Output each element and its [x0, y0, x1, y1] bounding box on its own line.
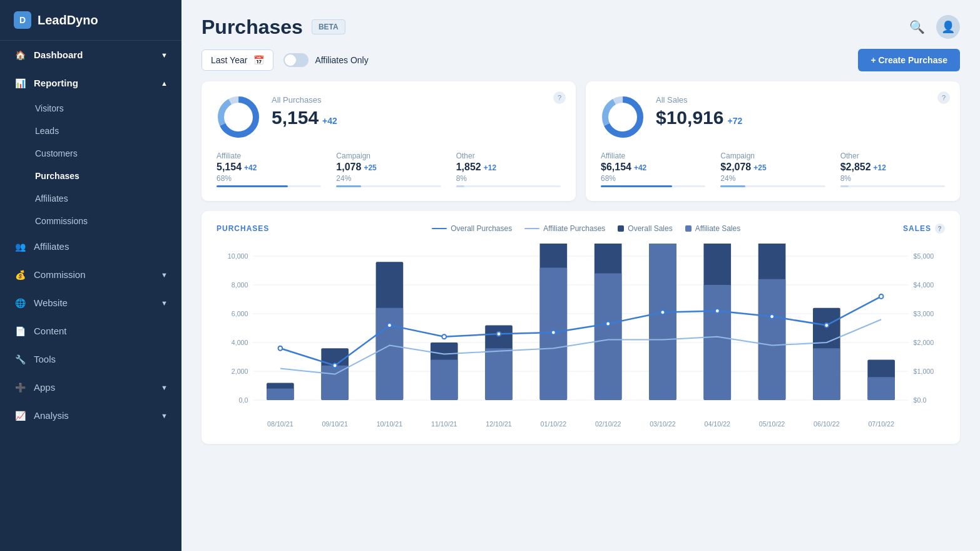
svg-text:$0.0: $0.0 [914, 396, 927, 404]
brand-logo[interactable]: D LeadDyno [0, 0, 181, 41]
sales-breakdown: Affiliate $6,154+42 68% Campaign $2,078+… [601, 152, 945, 187]
legend-label-overall-purchases: Overall Purchases [451, 224, 512, 233]
svg-rect-46 [703, 285, 731, 400]
avatar[interactable]: 👤 [936, 15, 960, 39]
sales-delta: +72 [727, 116, 742, 126]
sidebar-item-analysis[interactable]: 📈 Analysis ▼ [0, 401, 181, 430]
svg-text:12/10/21: 12/10/21 [486, 420, 512, 428]
date-filter[interactable]: Last Year 📅 [202, 49, 273, 71]
page-title: Purchases [202, 16, 303, 39]
sidebar-item-reporting[interactable]: 📊 Reporting ▲ [0, 69, 181, 97]
chevron-down-icon: ▼ [161, 51, 168, 59]
legend-affiliate-purchases: Affiliate Purchases [524, 224, 605, 233]
affiliates-only-label: Affiliates Only [315, 55, 368, 65]
svg-text:$2,000: $2,000 [914, 339, 934, 346]
legend-affiliate-sales: Affiliate Sales [685, 224, 741, 233]
legend-label-affiliate-purchases: Affiliate Purchases [543, 224, 605, 233]
sidebar-item-leads[interactable]: Leads [0, 120, 181, 142]
svg-point-55 [551, 330, 556, 334]
sidebar-label-analysis: Analysis [34, 410, 69, 421]
svg-text:08/10/21: 08/10/21 [267, 420, 293, 428]
svg-rect-45 [649, 244, 676, 400]
main-chart-svg: 0,02,0004,0006,0008,00010,000$0.0$1,000$… [217, 244, 945, 431]
svg-point-58 [715, 309, 720, 313]
purchases-breakdown: Affiliate 5,154+42 68% Campaign 1,078+25… [217, 152, 561, 187]
purchases-main-stat: All Purchases 5,154 +42 [272, 95, 561, 128]
create-purchase-button[interactable]: + Create Purchase [858, 49, 960, 71]
sidebar-item-tools[interactable]: 🔧 Tools [0, 345, 181, 373]
sidebar-item-commission[interactable]: 💰 Commission ▼ [0, 260, 181, 289]
svg-point-61 [879, 294, 884, 299]
sidebar-item-affiliates-sub[interactable]: Affiliates [0, 187, 181, 210]
sidebar-item-purchases[interactable]: Purchases [0, 165, 181, 187]
sales-affiliate: Affiliate $6,154+42 68% [601, 152, 705, 187]
sales-help-icon[interactable]: ? [937, 91, 950, 104]
sidebar-item-website[interactable]: 🌐 Website ▼ [0, 289, 181, 317]
svg-rect-49 [867, 377, 895, 400]
sidebar-label-customers: Customers [35, 148, 78, 158]
chart-sales-title: SALES ? [903, 224, 945, 234]
svg-text:4,000: 4,000 [232, 339, 248, 346]
sidebar-label-affiliates: Affiliates [34, 241, 69, 252]
legend-label-overall-sales: Overall Sales [628, 224, 672, 233]
svg-point-60 [824, 323, 829, 327]
sidebar-item-customers[interactable]: Customers [0, 142, 181, 165]
sidebar-item-apps[interactable]: ➕ Apps ▼ [0, 373, 181, 401]
svg-text:$5,000: $5,000 [914, 252, 934, 260]
svg-point-56 [606, 322, 610, 326]
svg-text:06/10/22: 06/10/22 [814, 420, 840, 428]
date-filter-label: Last Year [211, 55, 247, 65]
purchases-campaign: Campaign 1,078+25 24% [336, 152, 441, 187]
svg-text:01/10/22: 01/10/22 [541, 420, 567, 428]
sidebar-label-visitors: Visitors [35, 103, 64, 113]
svg-point-59 [770, 314, 774, 319]
sidebar-label-dashboard: Dashboard [34, 49, 83, 60]
header-actions: 🔍 👤 [909, 15, 960, 39]
search-button[interactable]: 🔍 [909, 19, 925, 34]
beta-badge: BETA [312, 19, 345, 34]
svg-text:6,000: 6,000 [232, 310, 248, 317]
purchases-other: Other 1,852+12 8% [456, 152, 561, 187]
purchases-stat-card: ? All Purchases 5,154 +42 [202, 81, 576, 201]
purchases-delta: +42 [322, 116, 337, 126]
svg-text:04/10/22: 04/10/22 [704, 420, 730, 428]
toolbar: Last Year 📅 Affiliates Only + Create Pur… [181, 49, 980, 81]
svg-point-50 [278, 346, 282, 351]
sidebar-item-visitors[interactable]: Visitors [0, 97, 181, 120]
legend-line-overall [432, 228, 447, 229]
home-icon: 🏠 [14, 50, 26, 60]
sales-help-icon2[interactable]: ? [935, 224, 945, 234]
svg-rect-39 [321, 366, 349, 400]
sidebar-label-apps: Apps [34, 382, 55, 393]
svg-text:10/10/21: 10/10/21 [377, 420, 403, 428]
sidebar-label-website: Website [34, 297, 68, 308]
svg-text:$1,000: $1,000 [914, 368, 934, 375]
chart-header: PURCHASES Overall Purchases Affiliate Pu… [217, 224, 945, 234]
create-purchase-label: + Create Purchase [870, 55, 947, 65]
purchases-donut-chart [217, 95, 260, 139]
sidebar: D LeadDyno 🏠 Dashboard ▼ 📊 Reporting ▲ V… [0, 0, 181, 551]
purchases-label: All Purchases [272, 95, 561, 105]
svg-text:2,000: 2,000 [232, 368, 248, 375]
sidebar-label-content: Content [34, 326, 67, 336]
sidebar-item-dashboard[interactable]: 🏠 Dashboard ▼ [0, 41, 181, 69]
sidebar-item-affiliates[interactable]: 👥 Affiliates [0, 232, 181, 260]
svg-rect-38 [267, 389, 294, 400]
chart-legend: Overall Purchases Affiliate Purchases Ov… [284, 224, 888, 233]
svg-rect-44 [595, 274, 622, 400]
sidebar-label-tools: Tools [34, 354, 56, 364]
purchases-value: 5,154 [272, 107, 319, 128]
chevron-up-icon: ▲ [161, 80, 168, 87]
svg-text:05/10/22: 05/10/22 [759, 420, 785, 428]
svg-text:09/10/21: 09/10/21 [322, 420, 348, 428]
sidebar-item-content[interactable]: 📄 Content [0, 317, 181, 345]
svg-text:07/10/22: 07/10/22 [868, 420, 894, 428]
svg-rect-42 [485, 348, 513, 400]
affiliates-only-toggle[interactable] [283, 53, 309, 67]
sidebar-label-commission: Commission [34, 269, 86, 280]
legend-square-affiliate-sales [685, 225, 692, 232]
sales-main-stat: All Sales $10,916 +72 [656, 95, 945, 128]
svg-text:10,000: 10,000 [228, 252, 248, 260]
sidebar-item-commissions[interactable]: Commissions [0, 210, 181, 232]
purchases-help-icon[interactable]: ? [553, 91, 566, 104]
